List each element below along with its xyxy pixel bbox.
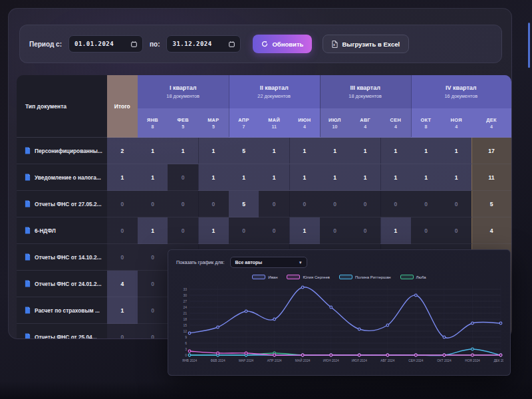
to-label: по: [150, 41, 160, 48]
data-cell: 1 [289, 217, 320, 244]
data-cell: 1 [441, 138, 471, 164]
month-header: МАЙ11 [259, 108, 289, 138]
total-header-cell: Итого [107, 75, 138, 138]
data-cell: 1 [350, 164, 380, 191]
export-excel-button[interactable]: x Выгрузить в Excel [323, 35, 409, 53]
data-cell: 5 [229, 191, 259, 217]
period-label: Период с: [29, 41, 62, 48]
svg-text:24: 24 [183, 305, 187, 309]
data-cell: 1 [289, 164, 320, 191]
table-row-label[interactable]: Отчеты ФНС от 27.05.2... [17, 191, 107, 217]
table-row-label[interactable]: Персонифицированны... [17, 138, 107, 164]
month-header: АПР7 [229, 108, 259, 138]
quarter-subtitle: 22 документов [257, 93, 291, 99]
data-cell: 1 [138, 138, 168, 164]
document-icon [25, 280, 31, 287]
data-cell: 1 [411, 138, 442, 164]
table-row-label[interactable]: Отчеты ФНС от 24.01.2... [17, 271, 107, 297]
table-row-label[interactable]: 6-НДФЛ [17, 217, 107, 244]
table-row-label[interactable]: Уведомление о налога... [17, 164, 107, 191]
filter-bar: Период с: 01.01.2024 по: 31.12.2024 Обн [19, 25, 502, 63]
legend-label: Юлия Сергеев [303, 275, 330, 279]
data-cell: 0 [411, 191, 442, 217]
calendar-icon[interactable] [229, 41, 235, 47]
data-cell: 1 [441, 164, 471, 191]
quarter-subtitle: 18 документов [166, 93, 200, 99]
month-header: СЕН4 [380, 108, 411, 138]
legend-item: Полина Риттершан [339, 275, 391, 279]
svg-text:ДЕК 2024: ДЕК 2024 [493, 359, 503, 362]
data-cell: 0 [138, 191, 168, 217]
month-count: 4 [455, 124, 458, 129]
table-row-label[interactable]: Отчеты ФНС от 25.04... [17, 324, 107, 339]
month-count: 4 [303, 124, 306, 129]
month-header: ДЕК4 [471, 108, 511, 138]
data-cell: 0 [441, 217, 471, 244]
svg-text:ИЮЛ 2024: ИЮЛ 2024 [352, 359, 368, 362]
row-label-text: Отчеты ФНС от 27.05.2... [35, 201, 102, 207]
data-cell: 0 [350, 217, 380, 244]
date-to-input[interactable]: 31.12.2024 [166, 35, 241, 53]
data-cell: 0 [168, 191, 198, 217]
svg-text:ОКТ 2024: ОКТ 2024 [437, 359, 452, 362]
data-cell: 1 [198, 164, 229, 191]
legend-swatch [287, 275, 300, 279]
data-cell: 1 [259, 138, 289, 164]
data-cell: 0 [138, 271, 168, 297]
month-label: ОКТ [421, 117, 432, 123]
author-select[interactable]: Все авторы ▾ [230, 257, 307, 268]
month-count: 4 [364, 124, 366, 129]
document-icon [25, 200, 31, 207]
calendar-icon[interactable] [131, 41, 137, 47]
data-cell: 1 [198, 217, 229, 244]
chart-legend: ИванЮлия СергеевПолина РиттершанЛюба [176, 275, 502, 279]
data-cell: 0 [289, 191, 320, 217]
month-label: АПР [238, 117, 249, 123]
data-cell: 0 [259, 191, 289, 217]
date-to-value: 31.12.2024 [172, 41, 211, 47]
svg-text:18: 18 [183, 317, 187, 321]
date-from-input[interactable]: 01.01.2024 [68, 35, 143, 53]
legend-item: Люба [400, 275, 426, 279]
data-cell: 1 [229, 164, 259, 191]
data-cell: 0 [107, 244, 138, 271]
month-header: ИЮН4 [289, 108, 320, 138]
svg-text:ИЮН 2024: ИЮН 2024 [323, 359, 339, 362]
document-icon [25, 307, 31, 314]
legend-item: Юлия Сергеев [287, 275, 330, 279]
type-header-cell: Тип документа [17, 75, 107, 138]
table-row-label[interactable]: Расчет по страховым ... [17, 297, 107, 324]
excel-file-icon: x [332, 41, 338, 48]
document-icon [25, 253, 31, 261]
data-cell: 1 [198, 138, 229, 164]
month-label: ДЕК [486, 117, 497, 123]
month-count: 7 [243, 124, 245, 129]
data-cell: 0 [229, 217, 259, 244]
month-header: ЯНВ8 [138, 108, 168, 138]
table-row-label[interactable]: Отчеты ФНС от 14.10.2... [17, 244, 107, 271]
data-cell: 1 [107, 297, 138, 324]
quarter-title: III квартал [350, 84, 380, 91]
data-cell: 2 [107, 138, 138, 164]
scrollbar-thumb[interactable] [528, 23, 530, 68]
data-cell: 0 [107, 191, 138, 217]
data-cell: 0 [350, 191, 380, 217]
refresh-button[interactable]: Обновить [253, 35, 312, 53]
legend-item: Иван [252, 275, 277, 279]
total-cell: 4 [471, 217, 511, 244]
month-count: 4 [490, 124, 493, 129]
quarter-title: I квартал [170, 84, 196, 91]
month-count: 10 [332, 124, 338, 129]
date-from-value: 01.01.2024 [74, 41, 114, 47]
svg-text:x: x [334, 43, 336, 47]
month-count: 11 [271, 124, 276, 129]
refresh-icon [261, 41, 268, 47]
svg-text:0: 0 [185, 353, 187, 357]
data-cell: 0 [138, 297, 168, 324]
data-cell: 0 [380, 191, 411, 217]
data-cell: 1 [320, 138, 350, 164]
refresh-button-label: Обновить [272, 41, 303, 48]
month-count: 8 [152, 124, 154, 129]
month-count: 4 [394, 124, 397, 129]
svg-text:АВГ 2024: АВГ 2024 [380, 359, 394, 362]
